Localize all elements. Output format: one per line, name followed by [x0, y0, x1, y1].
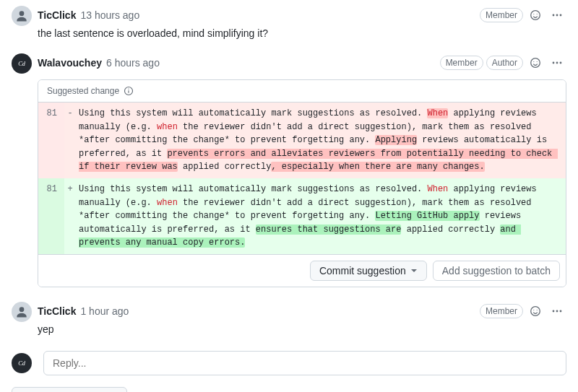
svg-point-20 [533, 310, 534, 310]
commit-suggestion-button[interactable]: Commit suggestion [310, 261, 427, 281]
svg-point-3 [537, 14, 538, 14]
emoji-icon[interactable] [526, 6, 545, 25]
diff-line-deleted: 81 - Using this system will automaticall… [38, 103, 566, 178]
line-number-new: 81 [38, 178, 64, 254]
svg-point-14 [560, 62, 562, 64]
svg-point-18 [20, 307, 25, 312]
kebab-icon[interactable] [548, 302, 566, 321]
reply-input[interactable] [43, 351, 566, 375]
role-badge: Member [480, 8, 523, 22]
svg-point-5 [556, 14, 558, 17]
svg-point-9 [531, 58, 540, 68]
reply-row: Cd [12, 351, 566, 375]
svg-point-4 [553, 14, 555, 17]
timestamp: 13 hours ago [80, 9, 139, 21]
avatar[interactable] [12, 6, 32, 26]
svg-point-6 [560, 14, 562, 17]
chevron-down-icon [410, 267, 418, 274]
comment-body: yep [38, 323, 566, 335]
svg-point-1 [531, 11, 540, 20]
comment-body: the last sentence is overloaded, mind si… [38, 27, 566, 39]
emoji-icon[interactable] [526, 302, 545, 321]
info-icon[interactable] [124, 86, 134, 96]
role-badge: Author [486, 56, 523, 70]
role-badge: Member [440, 56, 483, 70]
svg-point-0 [20, 11, 25, 16]
author-link[interactable]: TicClick [38, 305, 76, 317]
svg-text:Cd: Cd [18, 61, 26, 67]
suggested-change-box: Suggested change 81 - Using this system … [38, 79, 566, 287]
suggested-change-label: Suggested change [47, 86, 119, 96]
svg-point-23 [556, 310, 558, 313]
timestamp: 6 hours ago [106, 57, 160, 69]
code-old: Using this system will automatically mar… [76, 103, 566, 178]
svg-point-11 [537, 61, 538, 62]
suggested-change-header: Suggested change [38, 80, 566, 103]
comment: Cd Walavouchey 6 hours ago Member Author… [12, 48, 566, 292]
add-to-batch-button[interactable]: Add suggestion to batch [433, 261, 560, 281]
comment: TicClick 1 hour ago Member yep [12, 296, 566, 339]
emoji-icon[interactable] [526, 53, 545, 72]
timestamp: 1 hour ago [80, 305, 129, 317]
svg-point-21 [537, 310, 538, 310]
author-link[interactable]: TicClick [38, 9, 76, 21]
avatar[interactable] [12, 302, 32, 322]
svg-point-10 [533, 61, 534, 62]
role-badge: Member [480, 304, 523, 318]
diff-line-added: 81 + Using this system will automaticall… [38, 178, 566, 254]
avatar[interactable]: Cd [12, 53, 32, 74]
svg-point-19 [531, 307, 540, 316]
avatar[interactable]: Cd [12, 353, 32, 373]
kebab-icon[interactable] [548, 53, 566, 72]
kebab-icon[interactable] [548, 6, 566, 25]
svg-point-17 [128, 89, 129, 90]
code-new: Using this system will automatically mar… [76, 178, 566, 254]
line-number-old: 81 [38, 103, 64, 178]
svg-text:Cd: Cd [18, 360, 26, 367]
svg-point-2 [533, 14, 534, 14]
author-link[interactable]: Walavouchey [38, 57, 102, 69]
resolve-conversation-button[interactable]: Resolve conversation [12, 387, 127, 392]
svg-point-22 [553, 310, 555, 313]
svg-point-13 [556, 62, 558, 64]
svg-point-24 [560, 310, 562, 313]
diff-table: 81 - Using this system will automaticall… [38, 103, 566, 254]
svg-point-12 [553, 62, 555, 64]
comment: TicClick 13 hours ago Member the last se… [12, 0, 566, 43]
